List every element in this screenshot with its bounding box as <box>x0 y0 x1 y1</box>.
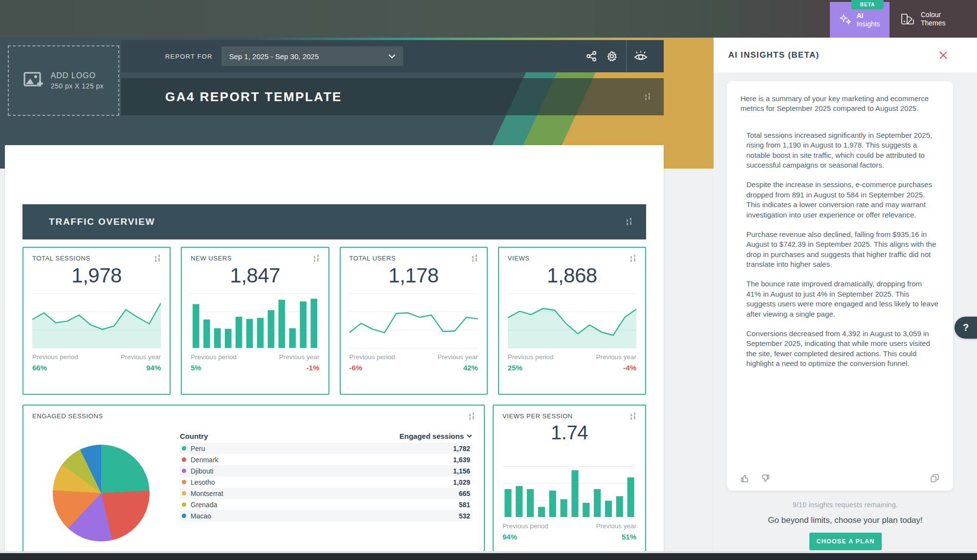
prev-year-pct: 94% <box>146 364 161 372</box>
drag-handle-icon[interactable] <box>469 412 475 421</box>
app-screen: ColourThemes AIInsights BETA <box>0 0 977 560</box>
engaged-sessions-card: ENGAGED SESSIONS Country Engaged session… <box>22 405 485 551</box>
legend-dot <box>182 469 186 473</box>
metric-cards-row: TOTAL SESSIONS 1,978 Previous period Pre… <box>22 247 646 395</box>
prev-year-pct: 51% <box>622 533 636 541</box>
add-logo-label: ADD LOGO <box>51 71 104 80</box>
report-page: TRAFFIC OVERVIEW TOTAL SESSIONS 1,978 <box>5 145 664 551</box>
table-row[interactable]: Montserrat 665 <box>180 488 472 499</box>
prev-year-label: Previous year <box>596 522 636 530</box>
country-value: 1,639 <box>453 456 470 464</box>
ai-insights-panel: AI INSIGHTS (BETA) Here is a summary of … <box>714 38 977 560</box>
metric-label: NEW USERS <box>191 255 232 262</box>
date-range-dropdown[interactable]: Sep 1, 2025 - Sep 30, 2025 <box>221 46 403 66</box>
add-logo-size: 250 px X 125 px <box>51 82 104 90</box>
top-bar: ColourThemes AIInsights BETA <box>0 0 977 38</box>
prev-period-label: Previous period <box>191 353 237 361</box>
drag-handle-icon[interactable] <box>630 412 636 421</box>
report-subheader-bar: REPORT FOR Sep 1, 2025 - Sep 30, 2025 <box>121 40 664 72</box>
legend-dot <box>182 514 186 518</box>
settings-gear-button[interactable] <box>602 40 622 72</box>
insight-paragraph: Despite the increase in sessions, e-comm… <box>740 180 938 220</box>
prev-period-pct: 94% <box>502 533 517 541</box>
close-icon[interactable] <box>939 51 948 60</box>
prev-period-label: Previous period <box>508 353 554 361</box>
help-button[interactable]: ? <box>955 317 977 339</box>
preview-eye-button[interactable] <box>630 40 651 72</box>
prev-year-label: Previous year <box>437 353 478 361</box>
copy-icon[interactable] <box>930 474 939 483</box>
report-title-bar: GA4 REPORT TEMPLATE <box>121 78 664 115</box>
table-row[interactable]: Grenada 581 <box>180 499 472 510</box>
country-name: Denmark <box>191 456 218 464</box>
drag-handle-icon[interactable] <box>630 255 636 263</box>
prev-year-pct: -4% <box>623 364 636 372</box>
country-value: 1,156 <box>453 467 470 475</box>
colour-themes-label: ColourThemes <box>921 11 946 27</box>
chevron-down-icon <box>389 54 395 58</box>
insight-paragraph: Conversions decreased from 4,392 in Augu… <box>740 329 938 369</box>
metric-value: 1,178 <box>349 264 478 287</box>
metric-label: TOTAL SESSIONS <box>32 255 90 262</box>
column-header-country: Country <box>180 432 208 440</box>
colour-themes-button[interactable]: ColourThemes <box>890 0 977 38</box>
table-row[interactable]: Macao 532 <box>180 510 472 521</box>
sort-chevron-icon <box>467 434 472 438</box>
toolbar-divider <box>626 40 627 72</box>
prev-period-pct: 25% <box>508 364 522 372</box>
country-value: 1,782 <box>453 445 470 452</box>
prev-period-pct: -6% <box>349 364 363 372</box>
bottom-edge-dark <box>0 553 977 560</box>
insight-paragraph: Here is a summary of your key marketing … <box>740 94 938 114</box>
insight-paragraph: Purchase revenue also declined, falling … <box>740 230 938 270</box>
prev-period-label: Previous period <box>32 353 78 361</box>
engaged-sessions-label: ENGAGED SESSIONS <box>32 412 103 420</box>
prev-year-label: Previous year <box>596 353 636 361</box>
metric-label: VIEWS PER SESSION <box>502 412 573 420</box>
legend-dot <box>182 502 186 507</box>
add-logo-placeholder[interactable]: ADD LOGO 250 px X 125 px <box>8 45 119 116</box>
drag-handle-icon[interactable] <box>154 255 161 263</box>
metric-value: 1,868 <box>508 264 636 287</box>
prev-year-label: Previous year <box>121 353 161 361</box>
prev-period-label: Previous period <box>502 522 548 530</box>
column-header-engaged-sessions[interactable]: Engaged sessions <box>399 432 472 440</box>
sparkles-icon <box>839 14 852 26</box>
country-name: Macao <box>191 512 211 520</box>
views-per-session-card: VIEWS PER SESSION 1.74 Previous period P… <box>493 405 646 551</box>
date-range-value: Sep 1, 2025 - Sep 30, 2025 <box>229 52 319 61</box>
sparkline-chart <box>349 293 478 348</box>
legend-dot <box>182 446 186 451</box>
traffic-overview-header: TRAFFIC OVERVIEW <box>22 204 646 239</box>
metric-value: 1,847 <box>191 264 319 287</box>
thumbs-down-icon[interactable] <box>760 474 770 483</box>
metric-card-views: VIEWS 1,868 Previous period Previous yea… <box>498 247 646 395</box>
metric-card-total-users: TOTAL USERS 1,178 Previous period Previo… <box>340 247 488 395</box>
requests-remaining-text: 9/10 insights requests remaining. <box>714 501 977 509</box>
metric-value: 1.74 <box>502 422 636 444</box>
ai-insights-label: AIInsights <box>856 12 880 28</box>
table-row[interactable]: Denmark 1,639 <box>180 454 472 465</box>
metric-card-new-users: NEW USERS 1,847 Previous period Previous… <box>181 247 329 395</box>
choose-a-plan-button[interactable]: CHOOSE A PLAN <box>809 533 882 550</box>
country-name: Lesotho <box>191 478 215 486</box>
share-button[interactable] <box>581 40 602 72</box>
table-row[interactable]: Peru 1,782 <box>180 443 472 454</box>
drag-handle-icon[interactable] <box>645 93 651 101</box>
sparkline-chart <box>32 293 161 348</box>
ai-insight-message-card: Here is a summary of your key marketing … <box>727 81 953 491</box>
country-value: 581 <box>459 501 470 509</box>
drag-handle-icon[interactable] <box>313 255 320 263</box>
table-row[interactable]: Lesotho 1,029 <box>180 476 472 488</box>
country-name: Grenada <box>191 501 217 509</box>
drag-handle-icon[interactable] <box>472 255 478 263</box>
thumbs-up-icon[interactable] <box>740 474 750 483</box>
legend-dot <box>182 457 186 462</box>
sparkline-chart <box>508 293 636 348</box>
prev-period-pct: 66% <box>32 364 47 372</box>
table-row[interactable]: Djibouti 1,156 <box>180 465 472 476</box>
beta-badge: BETA <box>851 0 884 9</box>
drag-handle-icon[interactable] <box>626 218 632 226</box>
country-name: Montserrat <box>191 490 223 497</box>
section-title: TRAFFIC OVERVIEW <box>49 216 155 227</box>
